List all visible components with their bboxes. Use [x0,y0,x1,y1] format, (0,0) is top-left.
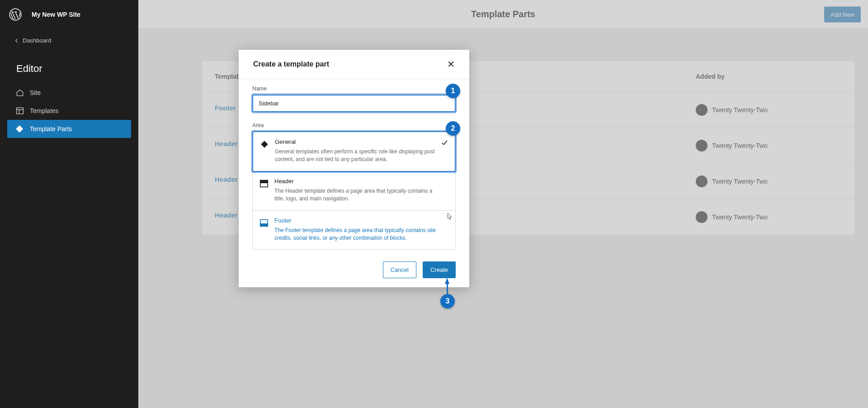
annotation-badge-2: 2 [446,121,460,136]
modal-title: Create a template part [253,60,329,68]
template-parts-icon [15,124,24,133]
area-list: General General templates often perform … [252,131,456,250]
cancel-button[interactable]: Cancel [383,261,416,278]
back-label: Dashboard [23,37,52,44]
sidebar-heading: Editor [0,52,138,84]
annotation-badge-1: 1 [446,84,460,98]
svg-rect-7 [260,223,268,226]
nav-label: Template Parts [30,125,72,133]
nav-label: Site [30,89,41,96]
nav-item-templates[interactable]: Templates [7,102,131,120]
chevron-left-icon [14,38,20,44]
nav-item-site[interactable]: Site [7,84,131,102]
footer-area-icon [259,218,269,228]
site-title[interactable]: My New WP Site [32,11,80,18]
name-input[interactable] [252,95,456,112]
sidebar-top: My New WP Site [0,0,138,29]
create-button[interactable]: Create [423,261,456,278]
modal-header: Create a template part ✕ [239,50,469,79]
area-desc: The Footer template defines a page area … [274,227,438,242]
area-group: Area General General templates often per… [252,122,456,250]
svg-rect-2 [16,126,23,132]
area-title: General [275,138,438,145]
area-option-general[interactable]: General General templates often perform … [252,131,456,172]
area-title: Footer [274,217,438,224]
area-desc: The Header template defines a page area … [274,187,438,203]
arrow-stem [447,283,448,294]
svg-rect-3 [261,141,268,148]
cursor-pointer-icon [446,213,453,222]
modal-body: Name Area General General templates ofte… [239,79,469,287]
name-field-label: Name [252,85,456,92]
modal-actions: Cancel Create [252,261,456,278]
main-content: Template Parts Add New Template Part Add… [138,0,868,408]
annotation-badge-3: 3 [440,294,455,308]
nav-label: Templates [30,107,59,114]
svg-rect-1 [17,108,24,114]
area-option-header[interactable]: Header The Header template defines a pag… [253,171,455,211]
area-field-label: Area [252,122,456,128]
area-desc: General templates often perform a specif… [275,148,438,164]
nav-item-template-parts[interactable]: Template Parts [7,120,131,138]
back-to-dashboard[interactable]: Dashboard [0,29,138,52]
home-icon [15,88,24,97]
header-area-icon [259,179,269,189]
general-area-icon [259,139,269,149]
site-editor-sidebar: My New WP Site Dashboard Editor Site Tem… [0,0,138,408]
wordpress-logo-icon[interactable] [8,7,23,22]
create-template-part-modal: Create a template part ✕ Name Area Gener… [239,50,469,287]
check-icon [440,138,448,148]
layout-icon [15,106,24,115]
area-title: Header [274,178,438,185]
area-option-footer[interactable]: Footer The Footer template defines a pag… [253,211,455,250]
sidebar-nav: Site Templates Template Parts [0,84,138,138]
svg-rect-5 [260,180,268,183]
modal-close-button[interactable]: ✕ [447,59,455,70]
close-icon: ✕ [447,59,455,69]
